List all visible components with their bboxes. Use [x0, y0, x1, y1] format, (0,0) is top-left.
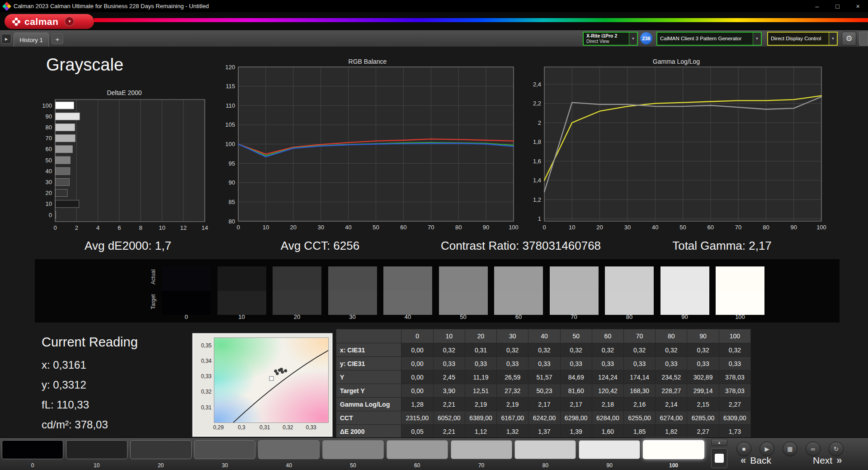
measured-point — [281, 370, 284, 373]
table-cell: 0,33 — [560, 357, 592, 370]
maximize-button[interactable]: □ — [827, 0, 848, 12]
table-row-label: x: CIE31 — [336, 343, 401, 357]
table-cell: 0,33 — [497, 357, 528, 370]
svg-text:90: 90 — [229, 179, 235, 186]
table-column-header: 70 — [624, 329, 656, 343]
table-cell: 81,60 — [560, 384, 592, 398]
table-row: x: CIE310,000,320,310,320,320,320,320,32… — [336, 343, 751, 357]
target-patch — [217, 291, 266, 315]
table-column-header: 40 — [528, 329, 560, 343]
calman-app-window: Calman 2023 Calman Ultimate for Business… — [0, 0, 868, 470]
actual-patch — [660, 266, 709, 291]
table-cell: 6285,00 — [687, 411, 719, 425]
table-cell: 0,32 — [497, 343, 528, 357]
svg-text:80: 80 — [46, 124, 52, 131]
actual-patch — [494, 266, 543, 291]
table-cell: 299,14 — [687, 384, 719, 398]
svg-text:0: 0 — [53, 224, 57, 231]
level-button-10[interactable] — [66, 440, 127, 459]
actual-patch — [605, 266, 654, 291]
cie-x-tick-label: 0,3 — [232, 424, 250, 431]
table-row-label: Gamma Log/Log — [336, 398, 401, 411]
svg-text:100: 100 — [42, 102, 52, 109]
level-button-20[interactable] — [130, 440, 192, 459]
back-button[interactable]: « Back — [741, 453, 771, 468]
gear-icon[interactable]: ⚙ — [842, 32, 856, 46]
level-button-70[interactable] — [451, 440, 512, 459]
svg-text:115: 115 — [226, 83, 235, 90]
calman-menu-button[interactable]: calman ▼ — [5, 14, 94, 29]
pattern-generator-dropdown[interactable]: CalMAN Client 3 Pattern Generator ▼ — [656, 32, 762, 46]
table-column-header: 10 — [433, 329, 465, 343]
actual-patch — [217, 266, 266, 291]
swatch-level-label: 0 — [162, 313, 211, 320]
svg-text:80: 80 — [229, 218, 235, 225]
table-cell: 1,82 — [656, 425, 687, 438]
pattern-window-button[interactable] — [711, 448, 727, 468]
level-button-label: 30 — [194, 462, 255, 469]
toolbar-overflow-button[interactable] — [859, 32, 868, 46]
close-button[interactable]: × — [848, 0, 868, 12]
swatch-level-label: 10 — [217, 313, 266, 320]
svg-text:120: 120 — [225, 64, 235, 71]
table-row: ΔE 20000,052,211,121,321,371,391,601,851… — [336, 425, 751, 438]
table-cell: 168,30 — [624, 384, 656, 398]
table-cell: 1,39 — [560, 425, 592, 438]
display-control-dropdown[interactable]: Direct Display Control ▼ — [767, 32, 838, 46]
table-cell: 1,32 — [497, 425, 528, 438]
chevron-down-icon[interactable]: ▼ — [629, 33, 637, 45]
grayscale-swatch-90 — [660, 266, 709, 315]
table-cell: 0,33 — [687, 357, 719, 370]
chevron-down-icon[interactable]: ▼ — [829, 33, 837, 45]
window-title: Calman 2023 Calman Ultimate for Business… — [14, 3, 807, 9]
level-button-50[interactable] — [322, 440, 384, 459]
table-cell: 378,03 — [719, 384, 750, 398]
measure-count-badge[interactable]: 238 — [640, 32, 652, 44]
svg-text:6: 6 — [118, 224, 121, 231]
level-button-60[interactable] — [387, 440, 448, 459]
add-tab-button[interactable]: + — [52, 33, 63, 44]
target-patch — [660, 291, 709, 315]
level-button-40[interactable] — [258, 440, 320, 459]
table-cell: 0,31 — [465, 343, 496, 357]
level-button-0[interactable] — [2, 440, 63, 459]
cie-x-tick-label: 0,32 — [279, 424, 297, 431]
reading-cdm2: cd/m²: 378,03 — [42, 415, 138, 435]
tab-history-1[interactable]: History 1 — [14, 33, 49, 47]
chevron-down-icon[interactable]: ▼ — [753, 33, 761, 45]
svg-text:2: 2 — [75, 224, 78, 231]
save-icon[interactable]: ▦ — [783, 442, 797, 456]
reading-x: x: 0,3161 — [42, 355, 138, 375]
eject-icon[interactable]: ▲ — [711, 439, 727, 446]
table-cell: 2,19 — [465, 398, 496, 411]
level-button-100[interactable] — [643, 440, 704, 459]
table-column-header: 80 — [656, 329, 687, 343]
svg-text:2,2: 2,2 — [533, 100, 541, 107]
deltae-chart-title: DeltaE 2000 — [79, 89, 170, 96]
grayscale-swatch-50 — [439, 266, 488, 315]
svg-text:50: 50 — [679, 224, 686, 231]
table-cell: 1,28 — [401, 398, 433, 411]
svg-text:90: 90 — [790, 224, 797, 231]
table-row-label: Target Y — [336, 384, 401, 398]
grayscale-swatch-20 — [273, 266, 321, 315]
table-cell: 2,21 — [433, 398, 465, 411]
tab-scroll-button[interactable]: ▶ — [1, 34, 11, 44]
svg-text:1: 1 — [538, 215, 541, 222]
level-button-90[interactable] — [579, 440, 640, 459]
svg-text:8: 8 — [139, 224, 142, 231]
cie-x-tick-label: 0,29 — [209, 424, 227, 431]
grayscale-swatch-10 — [217, 266, 266, 315]
grayscale-swatch-100 — [716, 266, 764, 315]
table-column-header: 100 — [719, 329, 750, 343]
svg-text:1,8: 1,8 — [533, 138, 541, 145]
target-patch — [383, 291, 432, 315]
calman-menu-chevron-icon[interactable]: ▼ — [65, 17, 74, 26]
level-button-30[interactable] — [194, 440, 255, 459]
level-button-80[interactable] — [514, 440, 576, 459]
minimize-button[interactable]: – — [807, 0, 827, 12]
table-column-header: 60 — [592, 329, 623, 343]
cie-chromaticity-plot — [214, 337, 329, 423]
meter-dropdown[interactable]: X-Rite i1Pro 2 Direct View ▼ — [583, 32, 638, 46]
next-button[interactable]: Next » — [813, 453, 842, 468]
